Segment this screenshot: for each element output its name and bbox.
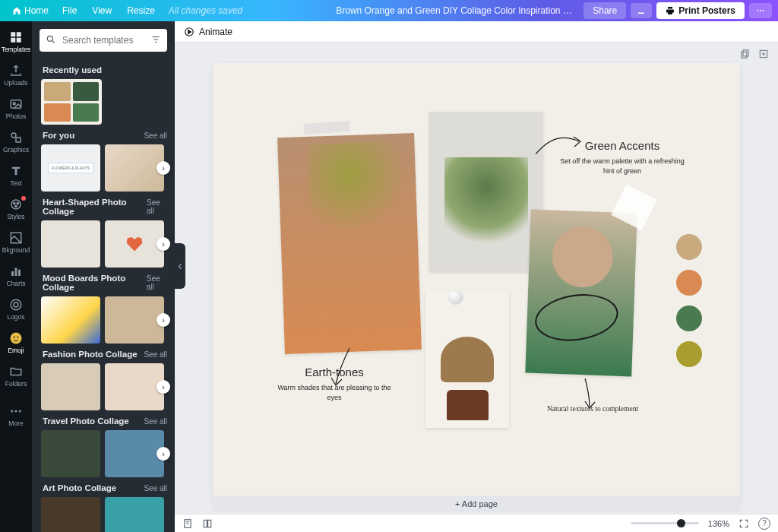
svg-rect-4 <box>17 32 21 36</box>
duplicate-page-icon[interactable] <box>740 49 751 59</box>
template-thumb[interactable] <box>105 220 164 268</box>
template-thumb[interactable] <box>41 430 100 477</box>
pearl-decor[interactable] <box>448 290 463 305</box>
home-button[interactable]: Home <box>6 2 55 19</box>
rail-label: Folders <box>5 380 27 388</box>
template-thumb[interactable]: FLOWERS & PLANTS <box>41 144 100 192</box>
design-canvas[interactable]: Green Accents Set off the warm palette w… <box>213 63 740 504</box>
search-input[interactable] <box>40 29 167 52</box>
rail-photos[interactable]: Photos <box>0 93 32 125</box>
pages-icon[interactable] <box>202 518 213 529</box>
more-button[interactable] <box>749 3 772 18</box>
photo-woman-green[interactable] <box>525 210 637 377</box>
rail-graphics[interactable]: Graphics <box>0 126 32 158</box>
resize-menu[interactable]: Resize <box>119 2 163 19</box>
file-menu[interactable]: File <box>55 2 84 19</box>
photo-plant-room[interactable] <box>429 112 543 271</box>
svg-point-22 <box>14 336 15 337</box>
download-icon <box>637 6 646 15</box>
template-thumb[interactable] <box>41 497 100 532</box>
page-tools <box>740 49 769 59</box>
slider-knob[interactable] <box>677 519 685 527</box>
templates-scroll[interactable]: Recently used For youSee all FLOWERS & P… <box>32 59 175 532</box>
rail-folders[interactable]: Folders <box>0 360 32 392</box>
rail-templates[interactable]: Templates <box>0 26 32 58</box>
animate-button[interactable]: Animate <box>199 27 232 37</box>
see-all-link[interactable]: See all <box>144 350 167 359</box>
filter-icon[interactable] <box>150 34 161 45</box>
folders-icon <box>9 365 23 378</box>
rail-more[interactable]: More <box>0 400 32 432</box>
template-thumb[interactable] <box>41 296 100 344</box>
svg-rect-18 <box>18 270 21 276</box>
print-label: Print Posters <box>678 5 735 16</box>
see-all-link[interactable]: See all <box>147 198 167 215</box>
notes-icon[interactable] <box>182 518 193 529</box>
rail-styles[interactable]: Styles <box>0 193 32 225</box>
rail-label: Photos <box>6 112 26 120</box>
svg-point-12 <box>14 202 15 204</box>
rail-background[interactable]: Bkground <box>0 226 32 258</box>
see-all-link[interactable]: See all <box>144 417 167 426</box>
templates-icon <box>9 30 23 44</box>
template-thumb[interactable] <box>105 497 164 532</box>
svg-rect-3 <box>11 32 15 36</box>
svg-point-13 <box>17 202 18 204</box>
thumb-label: FLOWERS & PLANTS <box>48 163 93 173</box>
color-swatch[interactable] <box>676 234 702 260</box>
template-thumb[interactable] <box>41 363 100 410</box>
rail-uploads[interactable]: Uploads <box>0 59 32 91</box>
rail-emoji[interactable]: Emoji <box>0 327 32 359</box>
scroll-right-button[interactable]: › <box>157 313 170 327</box>
template-thumb[interactable] <box>41 220 100 268</box>
template-thumb[interactable] <box>105 144 164 192</box>
svg-point-19 <box>11 299 21 310</box>
photo-woman-orange[interactable] <box>277 133 422 354</box>
photo-basket-stool[interactable] <box>425 291 509 428</box>
print-button[interactable]: Print Posters <box>656 2 745 19</box>
text-icon <box>9 164 23 178</box>
add-page-icon[interactable] <box>758 49 769 59</box>
rail-logos[interactable]: Logos <box>0 293 32 325</box>
rail-text[interactable]: Text <box>0 160 32 192</box>
color-swatch[interactable] <box>676 341 702 367</box>
svg-rect-33 <box>204 520 207 527</box>
see-all-link[interactable]: See all <box>144 131 167 140</box>
section-title: Recently used <box>43 65 102 74</box>
svg-point-26 <box>19 410 21 413</box>
color-swatch[interactable] <box>676 270 702 296</box>
share-button[interactable]: Share <box>584 2 626 19</box>
see-all-link[interactable]: See all <box>147 274 167 291</box>
see-all-link[interactable]: See all <box>144 484 167 492</box>
color-swatch[interactable] <box>676 306 702 331</box>
charts-icon <box>9 264 23 278</box>
annotation-green[interactable]: Green Accents Set off the warm palette w… <box>558 139 687 176</box>
add-page-button[interactable]: + Add page <box>213 496 740 512</box>
zoom-value[interactable]: 136% <box>708 519 729 528</box>
template-thumb[interactable] <box>41 79 102 125</box>
section-title: Heart-Shaped Photo Collage <box>43 198 147 216</box>
rail-charts[interactable]: Charts <box>0 260 32 292</box>
template-thumb[interactable] <box>105 363 164 410</box>
view-menu[interactable]: View <box>84 2 119 19</box>
annotation-earth[interactable]: Earth-tones Warm shades that are pleasin… <box>270 366 399 402</box>
photos-icon <box>9 97 23 111</box>
fullscreen-icon[interactable] <box>738 518 749 529</box>
save-status: All changes saved <box>169 5 242 16</box>
side-rail: Templates Uploads Photos Graphics Text S… <box>0 21 32 532</box>
help-button[interactable]: ? <box>758 518 770 530</box>
zoom-slider[interactable] <box>631 522 699 524</box>
rail-label: More <box>8 420 23 427</box>
scroll-right-button[interactable]: › <box>157 161 170 175</box>
scroll-right-button[interactable]: › <box>157 447 170 461</box>
document-title[interactable]: Brown Orange and Green DIY Collage Color… <box>336 5 579 16</box>
print-icon <box>666 6 675 15</box>
download-button[interactable] <box>631 3 652 18</box>
collapse-panel-button[interactable]: ‹ <box>175 243 185 289</box>
template-thumb[interactable] <box>105 296 164 344</box>
scroll-right-button[interactable]: › <box>157 237 170 251</box>
template-thumb[interactable] <box>105 430 164 477</box>
context-toolbar: Animate <box>175 21 778 43</box>
annotation-natural[interactable]: Natural textures to complement <box>524 405 661 413</box>
scroll-right-button[interactable]: › <box>157 380 170 394</box>
